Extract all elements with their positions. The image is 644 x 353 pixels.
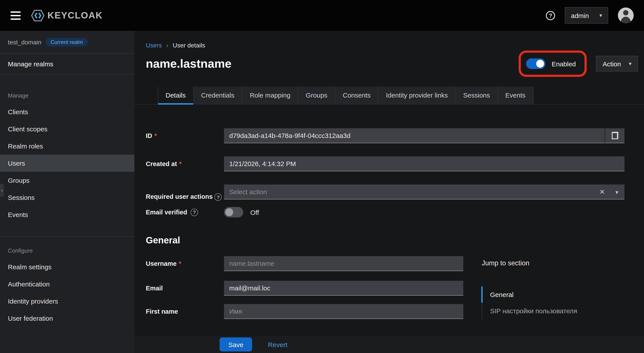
tab-identity-provider-links[interactable]: Identity provider links [378, 87, 456, 104]
breadcrumb-link-users[interactable]: Users [146, 42, 162, 49]
created-at-label: Created at* [146, 160, 224, 167]
sidebar-item-sessions[interactable]: Sessions [0, 189, 134, 206]
copy-button[interactable] [605, 128, 624, 143]
email-verified-toggle[interactable] [224, 207, 243, 217]
action-dropdown-button[interactable]: Action ▾ [596, 56, 638, 72]
tab-credentials[interactable]: Credentials [194, 87, 242, 104]
jump-to-section-list: General SIP настройки пользователя [482, 286, 577, 319]
revert-link[interactable]: Revert [268, 341, 287, 348]
email-label: Email [146, 285, 224, 292]
tab-events[interactable]: Events [498, 87, 533, 104]
help-icon[interactable]: ? [546, 11, 555, 20]
id-label: ID* [146, 132, 224, 139]
copy-icon [612, 132, 618, 139]
username-input[interactable] [224, 256, 463, 271]
required-user-actions-label: Required user actions ? [146, 185, 224, 201]
sidebar-item-user-federation[interactable]: User federation [0, 310, 134, 327]
tab-details[interactable]: Details [158, 87, 194, 104]
form-row-created-at: Created at* [146, 156, 644, 171]
enabled-toggle-group: Enabled [526, 59, 576, 69]
sidebar-item-groups[interactable]: Groups [0, 172, 134, 189]
required-user-actions-select[interactable]: ✕ ▾ [224, 185, 624, 199]
masthead: KEYCLOAK ? admin ▾ [0, 0, 644, 31]
required-asterisk: * [179, 260, 181, 267]
masthead-actions: ? admin ▾ [546, 7, 634, 24]
chevron-down-icon: ▾ [600, 12, 602, 19]
nav-section-manage: Manage [0, 75, 134, 103]
enabled-toggle-label: Enabled [552, 60, 576, 68]
sidebar-item-events[interactable]: Events [0, 206, 134, 223]
email-verified-state: Off [250, 208, 259, 216]
keycloak-logo[interactable]: KEYCLOAK [31, 10, 103, 21]
email-input[interactable] [224, 281, 463, 296]
user-menu-dropdown[interactable]: admin ▾ [565, 7, 608, 24]
clear-selection-icon[interactable]: ✕ [600, 188, 605, 196]
first-name-input[interactable] [224, 304, 463, 319]
content-pane: Users › User details name.lastname Enabl… [134, 31, 644, 353]
jump-link-sip-settings[interactable]: SIP настройки пользователя [482, 303, 577, 319]
sidebar-resize-handle[interactable]: › [0, 184, 4, 197]
realm-name: test_domain [8, 39, 42, 46]
user-menu-label: admin [571, 12, 589, 19]
sidebar-item-manage-realms[interactable]: Manage realms [0, 54, 134, 75]
keycloak-admin-console: KEYCLOAK ? admin ▾ test_domain Current r… [0, 0, 644, 353]
form-row-required-user-actions: Required user actions ? ✕ ▾ [146, 185, 644, 201]
form-row-id: ID* [146, 128, 644, 143]
required-asterisk: * [179, 160, 182, 167]
breadcrumb-separator-icon: › [166, 42, 168, 49]
question-circle-icon[interactable]: ? [214, 193, 222, 201]
sidebar-item-client-scopes[interactable]: Client scopes [0, 120, 134, 138]
sidebar-item-clients[interactable]: Clients [0, 103, 134, 120]
id-input[interactable] [224, 128, 605, 143]
general-section-heading: General [146, 235, 644, 246]
chevron-down-icon[interactable]: ▾ [616, 189, 618, 195]
page-header: name.lastname Enabled Action ▾ [134, 49, 644, 72]
id-input-group [224, 128, 624, 143]
tab-groups[interactable]: Groups [298, 87, 335, 104]
sidebar-item-realm-roles[interactable]: Realm roles [0, 138, 134, 155]
nav-toggle-icon[interactable] [10, 11, 21, 20]
sidebar: test_domain Current realm Manage realms … [0, 31, 134, 353]
chevron-down-icon: ▾ [629, 61, 632, 67]
jump-to-section-title: Jump to section [482, 259, 577, 267]
first-name-label: First name [146, 308, 224, 315]
required-user-actions-input[interactable] [224, 185, 624, 199]
required-asterisk: * [154, 132, 157, 139]
breadcrumb: Users › User details [134, 31, 644, 49]
realm-selector[interactable]: test_domain Current realm [0, 31, 134, 54]
page-header-actions: Enabled Action ▾ [526, 56, 638, 72]
page-title: name.lastname [146, 57, 232, 71]
save-button[interactable]: Save [220, 337, 252, 351]
select-icons: ✕ ▾ [600, 185, 618, 199]
form-action-bar: Save Revert [134, 336, 644, 353]
sidebar-item-realm-settings[interactable]: Realm settings [0, 258, 134, 275]
email-verified-label: Email verified ? [146, 208, 224, 216]
jump-to-section: Jump to section General SIP настройки по… [482, 259, 577, 319]
form-row-email-verified: Email verified ? Off [146, 207, 644, 217]
keycloak-logo-icon [31, 10, 44, 21]
enabled-toggle[interactable] [526, 59, 546, 69]
sidebar-item-authentication[interactable]: Authentication [0, 275, 134, 293]
username-label: Username* [146, 260, 224, 267]
current-realm-badge: Current realm [46, 38, 88, 46]
tab-sessions[interactable]: Sessions [456, 87, 498, 104]
jump-link-general[interactable]: General [481, 286, 577, 303]
action-dropdown-label: Action [603, 60, 621, 68]
question-circle-icon[interactable]: ? [191, 208, 198, 216]
nav-section-configure: Configure [0, 236, 134, 258]
tab-consents[interactable]: Consents [335, 87, 378, 104]
sidebar-item-users[interactable]: Users [0, 155, 134, 172]
created-at-input[interactable] [224, 156, 624, 171]
user-avatar[interactable] [618, 8, 634, 23]
sidebar-item-identity-providers[interactable]: Identity providers [0, 293, 134, 310]
brand-text: KEYCLOAK [48, 10, 103, 21]
breadcrumb-current: User details [172, 42, 205, 49]
tab-bar: Details Credentials Role mapping Groups … [134, 87, 644, 105]
main-layout: test_domain Current realm Manage realms … [0, 31, 644, 353]
tab-role-mapping[interactable]: Role mapping [242, 87, 298, 104]
